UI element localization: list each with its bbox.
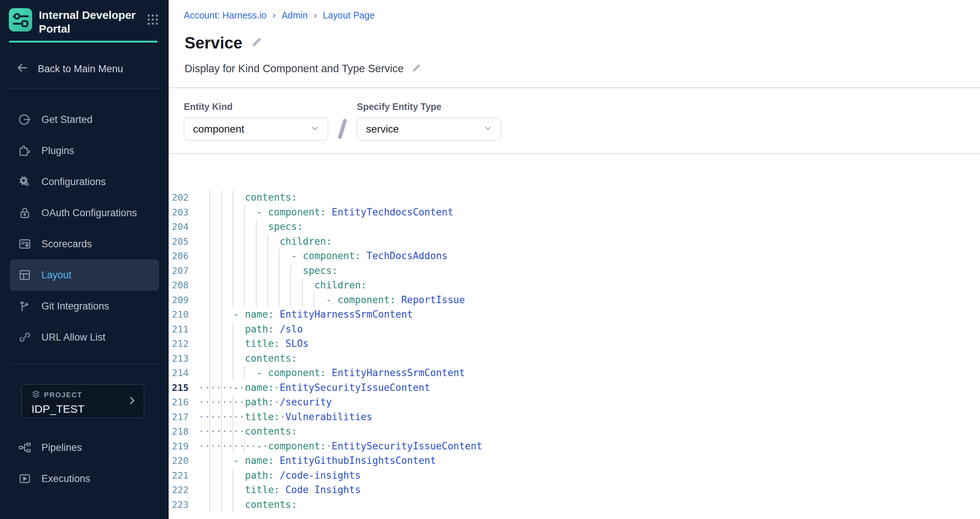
line-number: 203 xyxy=(169,205,194,220)
editor-line: 213 contents: xyxy=(169,351,980,366)
sidebar-item-label: Git Integrations xyxy=(41,300,109,312)
arrow-left-icon xyxy=(16,61,29,77)
line-number: 208 xyxy=(169,278,194,293)
breadcrumb-link[interactable]: Layout Page xyxy=(323,10,375,21)
url-allow-icon xyxy=(18,330,32,344)
project-eyebrow: PROJECT xyxy=(44,391,83,399)
code-line[interactable]: - component: EntityTechdocsContent xyxy=(194,205,980,220)
line-number: 221 xyxy=(169,468,194,483)
scorecards-icon xyxy=(18,237,32,251)
line-number: 222 xyxy=(169,483,194,498)
breadcrumb-link[interactable]: Account: Harness.io xyxy=(184,10,267,21)
sidebar-item-label: Scorecards xyxy=(41,238,92,250)
line-number: 204 xyxy=(169,220,194,234)
editor-line: 215 - name: EntitySecurityIssueContent··… xyxy=(169,380,980,395)
code-line[interactable]: title: SLOs xyxy=(194,337,980,351)
entity-form: Entity Kind component Specify Entity Typ… xyxy=(169,88,980,153)
code-line[interactable]: specs: xyxy=(194,263,980,278)
editor-line: 206 - component: TechDocsAddons xyxy=(169,249,980,263)
entity-type-select[interactable]: service xyxy=(357,118,501,141)
code-line[interactable]: - component: EntityHarnessSrmContent xyxy=(194,366,980,380)
sidebar-item-scorecards[interactable]: Scorecards xyxy=(10,228,159,260)
editor-line: 220 - name: EntityGithubInsightsContent xyxy=(169,454,980,468)
editor-line: 216 path: /security········path:·/securi… xyxy=(169,395,980,410)
code-line[interactable]: - name: EntitySecurityIssueContent······… xyxy=(194,380,980,395)
sidebar: Internal Developer Portal Back to Main M… xyxy=(0,0,169,519)
code-line[interactable]: - component: EntitySecurityIssueContent·… xyxy=(194,439,980,454)
line-number: 207 xyxy=(169,263,194,278)
line-number: 217 xyxy=(169,410,194,425)
yaml-editor[interactable]: 202 contents:203 - component: EntityTech… xyxy=(169,190,980,512)
code-line[interactable]: - name: EntityGithubInsightsContent xyxy=(194,454,980,468)
sidebar-item-label: Plugins xyxy=(41,145,74,156)
app-grid-icon[interactable] xyxy=(146,13,159,27)
code-line[interactable]: specs: xyxy=(194,220,980,234)
sidebar-nav: Get StartedPluginsConfigurationsOAuth Co… xyxy=(0,104,169,353)
entity-kind-value: component xyxy=(193,123,245,135)
app-title: Internal Developer Portal xyxy=(39,8,146,35)
code-line[interactable]: contents: xyxy=(194,498,980,513)
sidebar-item-get-started[interactable]: Get Started xyxy=(10,104,159,135)
code-line[interactable]: children: xyxy=(194,278,980,293)
project-name: IDP_TEST xyxy=(32,403,137,415)
sidebar-item-label: Configurations xyxy=(41,176,106,188)
git-integrations-icon xyxy=(18,299,32,313)
project-selector[interactable]: PROJECT IDP_TEST xyxy=(21,384,144,418)
sidebar-item-label: Layout xyxy=(41,270,72,281)
form-divider xyxy=(169,153,980,154)
line-number: 202 xyxy=(169,190,194,205)
get-started-icon xyxy=(18,113,32,126)
sidebar-item-oauth-configurations[interactable]: OAuth Configurations xyxy=(10,197,159,228)
code-line[interactable]: path: /slo xyxy=(194,322,980,337)
code-line[interactable]: - component: ReportIssue xyxy=(194,293,980,308)
harness-idp-logo-icon xyxy=(9,8,32,32)
sidebar-item-label: URL Allow List xyxy=(41,332,105,343)
sidebar-item-label: Get Started xyxy=(41,114,92,126)
back-to-main-menu[interactable]: Back to Main Menu xyxy=(9,61,160,77)
code-line[interactable]: title: Code Insights xyxy=(194,483,980,498)
oauth-icon xyxy=(18,206,32,220)
editor-line: 210 - name: EntityHarnessSrmContent xyxy=(169,307,980,322)
sidebar-item-git-integrations[interactable]: Git Integrations xyxy=(10,291,159,322)
sidebar-item-layout[interactable]: Layout xyxy=(10,260,159,291)
code-line[interactable]: title: Vulnerabilities········title:·Vul… xyxy=(194,410,980,425)
breadcrumb-separator: › xyxy=(272,10,276,21)
editor-line: 221 path: /code-insights xyxy=(169,468,980,483)
entity-type-value: service xyxy=(366,123,399,135)
sidebar-item-url-allow-list[interactable]: URL Allow List xyxy=(10,322,159,353)
pipelines-icon xyxy=(18,441,32,455)
code-line[interactable]: path: /security········path:·/security xyxy=(194,395,980,410)
sidebar-item-label: Pipelines xyxy=(41,442,82,454)
editor-line: 219 - component: EntitySecurityIssueCont… xyxy=(169,439,980,454)
chevron-down-icon xyxy=(483,124,493,135)
code-line[interactable]: contents: xyxy=(194,351,980,366)
breadcrumb-link[interactable]: Admin xyxy=(282,10,308,21)
entity-kind-select[interactable]: component xyxy=(184,118,328,141)
sidebar-item-configurations[interactable]: Configurations xyxy=(10,166,159,197)
sidebar-item-executions[interactable]: Executions xyxy=(10,463,159,494)
edit-title-pencil-icon[interactable] xyxy=(251,37,262,49)
chevron-right-icon xyxy=(127,395,137,407)
code-line[interactable]: children: xyxy=(194,234,980,249)
line-number: 223 xyxy=(169,498,194,513)
line-number: 213 xyxy=(169,351,194,366)
code-line[interactable]: contents: xyxy=(194,190,980,205)
line-number: 210 xyxy=(169,307,194,322)
editor-line: 204 specs: xyxy=(169,220,980,234)
code-line[interactable]: - name: EntityHarnessSrmContent xyxy=(194,307,980,322)
sidebar-item-plugins[interactable]: Plugins xyxy=(10,135,159,166)
sidebar-item-pipelines[interactable]: Pipelines xyxy=(10,432,159,463)
editor-line: 209 - component: ReportIssue xyxy=(169,293,980,308)
edit-subtitle-pencil-icon[interactable] xyxy=(411,63,421,74)
code-line[interactable]: contents:········contents: xyxy=(194,424,980,439)
layers-icon xyxy=(32,390,40,400)
sidebar-divider-2 xyxy=(9,364,160,364)
plugins-icon xyxy=(18,144,32,158)
configurations-icon xyxy=(18,175,32,189)
line-number: 220 xyxy=(169,454,194,468)
code-line[interactable]: path: /code-insights xyxy=(194,468,980,483)
logo-row: Internal Developer Portal xyxy=(0,0,169,35)
code-line[interactable]: - component: TechDocsAddons xyxy=(194,249,980,263)
line-number: 206 xyxy=(169,249,194,263)
sidebar-item-label: OAuth Configurations xyxy=(41,207,137,219)
